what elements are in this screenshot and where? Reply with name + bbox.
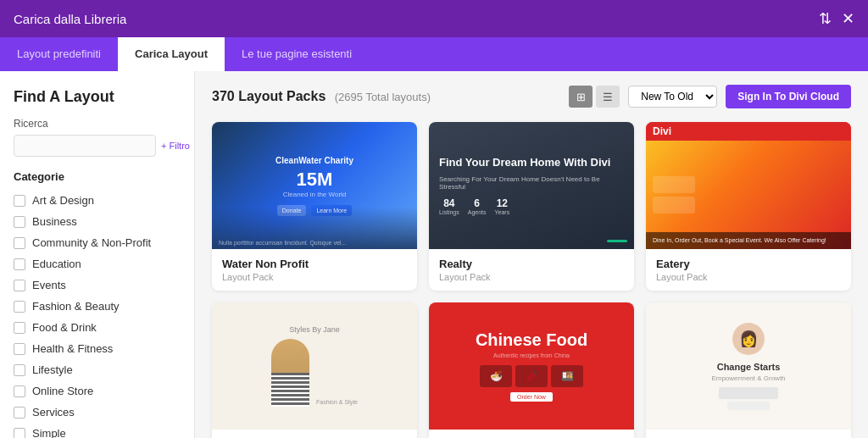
chinese-desc: Authentic recipes from China (493, 352, 570, 358)
checkbox-education[interactable] (14, 258, 25, 270)
sidebar-item-food-drink[interactable]: Food & Drink (14, 317, 181, 338)
styles-figure: Fashion & Style (271, 339, 358, 407)
chinese-food-3: 🍱 (551, 365, 583, 387)
sidebar-item-events[interactable]: Events (14, 274, 181, 296)
checkbox-lifestyle[interactable] (14, 364, 25, 376)
checkbox-food-drink[interactable] (14, 322, 25, 334)
water-stat: 15M (297, 169, 333, 191)
content-header: 370 Layout Packs (2695 Total layouts) ⊞ … (212, 85, 851, 108)
sidebar-item-lifestyle[interactable]: Lifestyle (14, 359, 181, 380)
sidebar-item-fashion-beauty[interactable]: Fashion & Beauty (14, 296, 181, 317)
checkbox-community[interactable] (14, 237, 25, 249)
eatery-overlay-text: Dine In, Order Out, Book a Special Event… (653, 237, 826, 243)
card-styles-image: Styles By Jane Fashion & Style (212, 302, 417, 430)
sidebar-item-services[interactable]: Services (14, 402, 181, 423)
checkbox-fashion-beauty[interactable] (14, 301, 25, 313)
realty-stats: 84 Listings 6 Agents 12 Years (439, 197, 624, 215)
change-sub: Empowerment & Growth (711, 374, 785, 382)
list-view-button[interactable]: ☰ (596, 86, 620, 108)
tab-tuepagine[interactable]: Le tue pagine esistenti (225, 37, 369, 71)
checkbox-health-fitness[interactable] (14, 343, 25, 355)
checkbox-online-store[interactable] (14, 385, 25, 397)
category-label-events: Events (32, 279, 66, 291)
card-realty-sub: Layout Pack (439, 272, 624, 282)
styles-text: Fashion & Style (316, 398, 358, 407)
card-styles-by-jane[interactable]: Styles By Jane Fashion & Style Styles By… (212, 302, 417, 438)
change-avatar: 👩 (732, 323, 765, 355)
chinese-food-1: 🍜 (480, 365, 512, 387)
eatery-food-area: Dine In, Order Out, Book a Special Event… (646, 141, 851, 249)
tab-predefined[interactable]: Layout predefiniti (0, 37, 118, 71)
sidebar-item-education[interactable]: Education (14, 253, 181, 274)
sidebar-item-online-store[interactable]: Online Store (14, 380, 181, 402)
category-label-education: Education (32, 258, 81, 270)
title-bar-actions: ⇅ ✕ (819, 9, 854, 28)
sidebar-item-simple[interactable]: Simple (14, 423, 181, 438)
eatery-brand: Divi (653, 125, 671, 137)
sign-in-cloud-button[interactable]: Sign In To Divi Cloud (726, 85, 851, 108)
category-label-community: Community & Non-Profit (32, 236, 151, 249)
view-toggle: ⊞ ☰ (569, 86, 620, 108)
sidebar-item-business[interactable]: Business (14, 211, 181, 232)
eatery-header: Divi (646, 122, 851, 141)
card-water-non-profit[interactable]: CleanWater Charity 15M Cleaned in the Wo… (212, 122, 417, 291)
sidebar: Find A Layout Ricerca + Filtro Categorie… (0, 71, 195, 438)
category-label-lifestyle: Lifestyle (32, 363, 73, 376)
card-chinese-food[interactable]: Chinese Food Authentic recipes from Chin… (429, 302, 634, 438)
chinese-food-row: 🍜 🥢 🍱 (480, 365, 583, 387)
layout-grid: CleanWater Charity 15M Cleaned in the Wo… (212, 122, 851, 438)
card-eatery[interactable]: Divi Dine In, Order Out, Book a Special … (646, 122, 851, 291)
card-change-image: 👩 Change Starts Empowerment & Growth (646, 302, 851, 430)
grid-view-button[interactable]: ⊞ (569, 86, 593, 108)
sidebar-item-art-design[interactable]: Art & Design (14, 190, 181, 211)
search-input[interactable] (14, 135, 156, 157)
tab-bar: Layout predefiniti Carica Layout Le tue … (0, 37, 868, 71)
tab-carica[interactable]: Carica Layout (118, 37, 225, 71)
category-label-food-drink: Food & Drink (32, 321, 97, 334)
checkbox-art-design[interactable] (14, 195, 25, 207)
card-realty[interactable]: Find Your Dream Home With Divi Searching… (429, 122, 634, 291)
card-water-image: CleanWater Charity 15M Cleaned in the Wo… (212, 122, 417, 249)
card-water-info: Water Non Profit Layout Pack (212, 249, 417, 291)
sidebar-item-health-fitness[interactable]: Health & Fitness (14, 338, 181, 359)
sidebar-item-community[interactable]: Community & Non-Profit (14, 232, 181, 253)
window-title: Carica dalla Libreria (14, 12, 126, 26)
eatery-card-1 (653, 176, 695, 193)
card-realty-info: Realty Layout Pack (429, 249, 634, 291)
chinese-btn: Order Now (510, 392, 553, 402)
change-bar (719, 387, 778, 399)
card-water-sub: Layout Pack (222, 272, 407, 282)
close-icon[interactable]: ✕ (842, 9, 854, 28)
card-change-starts[interactable]: 👩 Change Starts Empowerment & Growth Cha… (646, 302, 851, 438)
content-area: 370 Layout Packs (2695 Total layouts) ⊞ … (195, 71, 868, 438)
filter-button[interactable]: + Filtro (161, 141, 190, 151)
realty-num-1: 84 (439, 197, 459, 209)
styles-label: Styles By Jane (289, 325, 340, 334)
category-label-online-store: Online Store (32, 385, 93, 397)
water-stat-label: Cleaned in the World (283, 191, 347, 198)
eatery-card-2 (653, 197, 695, 213)
card-eatery-info: Eatery Layout Pack (646, 249, 851, 291)
category-label-health-fitness: Health & Fitness (32, 342, 113, 355)
checkbox-events[interactable] (14, 280, 25, 291)
card-chinese-info: Chinese Food Layout Pack (429, 430, 634, 438)
title-bar: Carica dalla Libreria ⇅ ✕ (0, 0, 868, 37)
card-eatery-name: Eatery (656, 258, 841, 270)
categories-title: Categorie (14, 170, 181, 183)
header-controls: ⊞ ☰ New To Old Old To New A to Z Z to A … (569, 85, 851, 108)
category-label-art-design: Art & Design (32, 194, 94, 207)
sidebar-title: Find A Layout (14, 88, 181, 106)
card-realty-image: Find Your Dream Home With Divi Searching… (429, 122, 634, 249)
checkbox-simple[interactable] (14, 428, 25, 439)
checkbox-services[interactable] (14, 407, 25, 419)
realty-headline: Find Your Dream Home With Divi (439, 156, 624, 170)
realty-label-2: Agents (468, 209, 487, 215)
sort-icon[interactable]: ⇅ (819, 9, 832, 28)
checkbox-business[interactable] (14, 216, 25, 228)
realty-sub: Searching For Your Dream Home Doesn't Ne… (439, 175, 624, 191)
chinese-food-2: 🥢 (515, 365, 548, 387)
card-eatery-image: Divi Dine In, Order Out, Book a Special … (646, 122, 851, 249)
eatery-sidebar-cards (653, 176, 695, 213)
realty-num-3: 12 (495, 197, 510, 209)
sort-select[interactable]: New To Old Old To New A to Z Z to A (628, 86, 717, 108)
